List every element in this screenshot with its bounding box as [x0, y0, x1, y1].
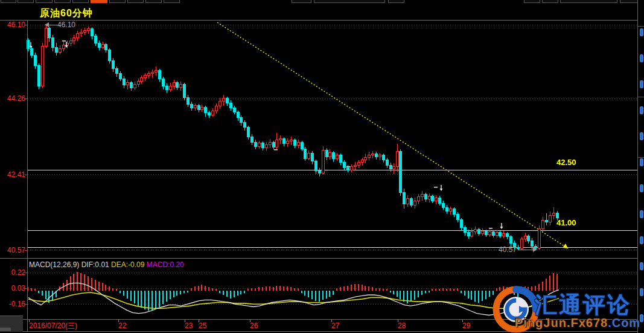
toolbar-tab[interactable]: [314, 0, 385, 3]
toolbar-tab-active[interactable]: [91, 0, 107, 3]
chart-canvas[interactable]: [0, 0, 644, 333]
toolbar-tab[interactable]: [36, 0, 53, 3]
watermark-url-main: PingJun.Fx678: [515, 316, 608, 329]
candle-body: [354, 165, 356, 167]
down-arrow-marker: [440, 189, 443, 191]
candle-body: [108, 50, 110, 61]
candle-body: [41, 46, 43, 86]
arrow-left-icon: [45, 22, 49, 27]
side-panel-separator: [638, 157, 644, 158]
toolbar-tab[interactable]: [109, 0, 126, 3]
candle-body: [133, 84, 136, 88]
candle-body: [449, 209, 451, 212]
candle-body: [37, 65, 40, 86]
side-panel-item[interactable]: [640, 80, 643, 88]
candle-body: [311, 153, 313, 161]
candle-body: [30, 48, 33, 55]
candle-body: [115, 69, 118, 74]
candle-body: [417, 197, 419, 201]
right-panel-edge[interactable]: [637, 0, 644, 333]
candle-body: [34, 56, 36, 66]
candle-body: [456, 215, 459, 220]
dash-marker: [489, 228, 493, 229]
date-axis-label: 22: [118, 322, 126, 329]
toolbar-tab[interactable]: [1, 0, 16, 3]
side-panel-item[interactable]: [640, 184, 643, 192]
toolbar-tab[interactable]: [54, 0, 71, 3]
down-arrow-marker: [65, 45, 68, 48]
side-panel-item[interactable]: [640, 262, 643, 270]
candle-body: [155, 71, 157, 73]
toolbar-tab[interactable]: [388, 0, 404, 3]
toolbar-tab[interactable]: [164, 0, 180, 3]
high-price-value: 46.10: [57, 21, 75, 28]
candle-body: [137, 81, 139, 84]
macd-axis-label: 0.22: [1, 269, 25, 276]
side-panel-item[interactable]: [640, 106, 643, 114]
candle-body: [269, 142, 271, 145]
pane-separator: [0, 258, 644, 259]
candle-body: [247, 128, 249, 137]
toolbar-tab[interactable]: [127, 0, 144, 3]
side-panel-item[interactable]: [640, 236, 643, 244]
candle-body: [421, 195, 423, 197]
toolbar-tab[interactable]: [524, 0, 540, 3]
macd-indicator-header[interactable]: MACD(12,26,9) DIF:0.01 DEA:-0.09 MACD:0.…: [29, 260, 184, 269]
candle-body: [187, 97, 189, 104]
candle-body: [62, 45, 65, 48]
candle-body: [218, 102, 221, 106]
chart-bottom-border: [0, 331, 644, 332]
side-panel-item[interactable]: [640, 54, 643, 62]
toolbar-tab[interactable]: [18, 0, 34, 3]
candle-body: [424, 195, 427, 199]
candle-body: [541, 221, 544, 228]
side-panel-item[interactable]: [640, 132, 643, 140]
candle-body: [428, 196, 430, 199]
toolbar-tab[interactable]: [145, 0, 162, 3]
side-panel-item[interactable]: [640, 158, 643, 166]
candle-body: [290, 140, 292, 141]
toolbar-tab[interactable]: [542, 0, 558, 3]
date-axis-label: 28: [398, 322, 406, 329]
date-axis-label: 2016/07/20(三): [29, 322, 77, 329]
side-panel-item[interactable]: [640, 288, 643, 296]
candle-body: [389, 165, 392, 169]
dash-marker: [346, 166, 350, 167]
candle-body: [176, 83, 178, 88]
candle-body: [371, 154, 374, 155]
candle-body: [144, 76, 146, 78]
candle-body: [375, 154, 377, 157]
candle-body: [91, 29, 93, 36]
candle-body: [265, 145, 267, 148]
candle-body: [382, 155, 384, 160]
candle-body: [538, 228, 540, 248]
toolbar-tab[interactable]: [560, 0, 617, 3]
candle-body: [215, 106, 217, 111]
macd-hist-value: MACD:0.20: [147, 260, 184, 269]
candle-body: [80, 32, 82, 34]
candle-body: [368, 155, 370, 157]
candle-body: [357, 163, 360, 165]
side-panel-separator: [638, 97, 644, 97]
candle-body: [112, 60, 114, 68]
candle-body: [502, 233, 505, 236]
candle-body: [101, 44, 104, 47]
toolbar-tab[interactable]: [292, 0, 311, 3]
candle-body: [301, 142, 303, 149]
top-toolbar[interactable]: [0, 0, 644, 4]
candle-body: [204, 107, 206, 112]
candle-body: [240, 118, 242, 123]
candle-body: [222, 98, 225, 101]
candle-body: [464, 228, 466, 233]
candle-body: [258, 143, 260, 146]
candle-body: [350, 167, 352, 170]
toolbar-tab[interactable]: [72, 0, 89, 3]
side-panel-item[interactable]: [640, 28, 643, 36]
candle-body: [98, 43, 100, 47]
candle-body: [328, 153, 331, 157]
candle-body: [403, 193, 405, 204]
date-axis-label: 29: [462, 322, 470, 329]
candle-body: [364, 157, 366, 160]
arrow-right-icon: [533, 247, 537, 252]
side-panel-item[interactable]: [640, 210, 643, 218]
